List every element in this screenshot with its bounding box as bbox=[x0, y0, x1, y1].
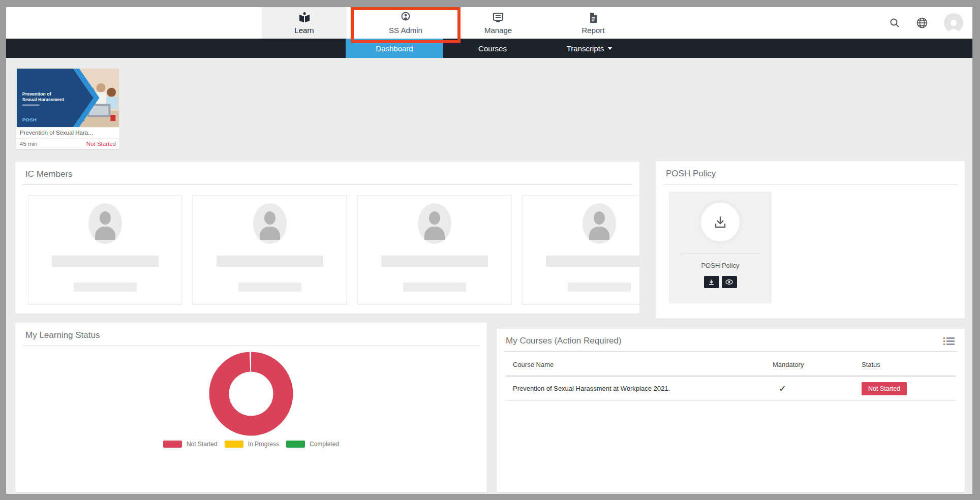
status-badge: Not Started bbox=[862, 382, 907, 395]
legend-swatch-red bbox=[163, 441, 182, 448]
divider bbox=[680, 254, 760, 254]
download-icon bbox=[708, 279, 715, 286]
app-window: Learn SS Admin bbox=[6, 7, 972, 494]
thumb-logo: POSH bbox=[22, 117, 37, 122]
table-row[interactable]: Prevention of Sexual Harassment at Workp… bbox=[506, 377, 956, 401]
divider bbox=[504, 351, 958, 352]
ic-members-title: IC Members bbox=[15, 162, 639, 184]
subnav-item-courses[interactable]: Courses bbox=[452, 39, 533, 58]
learn-reader-icon bbox=[298, 11, 311, 24]
legend-item-not-started: Not Started bbox=[163, 441, 218, 448]
course-status: Not Started bbox=[86, 141, 116, 147]
row-course-name: Prevention of Sexual Harassment at Workp… bbox=[513, 385, 773, 392]
board-list-icon bbox=[492, 11, 505, 24]
courses-table: Course Name Mandatory Status Prevention … bbox=[506, 355, 956, 401]
course-thumbnail-image: Prevention of Sexual Harassment POSH bbox=[16, 69, 119, 127]
learning-status-chart bbox=[15, 350, 487, 438]
ic-members-card-row bbox=[28, 195, 639, 305]
subnav-item-transcripts[interactable]: Transcripts bbox=[539, 39, 640, 58]
mandatory-check-icon: ✓ bbox=[773, 383, 862, 394]
member-card-placeholder[interactable] bbox=[193, 195, 347, 304]
person-circle-icon bbox=[399, 11, 412, 24]
tab-learn[interactable]: Learn bbox=[262, 7, 347, 39]
tab-manage-label: Manage bbox=[484, 26, 512, 35]
legend-swatch-green bbox=[286, 441, 305, 448]
person-avatar-icon bbox=[418, 203, 451, 244]
my-courses-title: My Courses (Action Required) bbox=[506, 336, 622, 346]
tab-manage[interactable]: Manage bbox=[457, 7, 539, 39]
course-card[interactable]: Prevention of Sexual Harassment POSH Pre… bbox=[16, 69, 119, 149]
donut-chart bbox=[207, 350, 295, 438]
person-avatar-icon bbox=[253, 203, 287, 244]
column-mandatory: Mandatory bbox=[773, 361, 862, 368]
column-status: Status bbox=[862, 361, 956, 368]
member-role-placeholder bbox=[238, 283, 301, 292]
person-avatar-icon bbox=[583, 203, 616, 244]
download-circle-button[interactable] bbox=[698, 200, 743, 244]
legend-item-completed: Completed bbox=[286, 441, 339, 448]
my-learning-status-panel: My Learning Status Not Started bbox=[15, 323, 487, 492]
member-name-placeholder bbox=[52, 256, 159, 267]
legend-swatch-yellow bbox=[225, 441, 243, 448]
sub-navigation-bar: Dashboard Courses Transcripts bbox=[6, 39, 972, 58]
member-card-placeholder[interactable] bbox=[357, 195, 511, 304]
posh-policy-card: POSH Policy bbox=[669, 192, 772, 303]
ic-members-panel: IC Members bbox=[15, 162, 639, 314]
legend-label: In Progress bbox=[248, 441, 279, 448]
column-course-name: Course Name bbox=[513, 361, 773, 368]
tab-report[interactable]: Report bbox=[553, 7, 634, 39]
thumb-title-line1: Prevention of bbox=[22, 91, 51, 97]
chevron-down-icon bbox=[607, 47, 612, 50]
subnav-item-dashboard[interactable]: Dashboard bbox=[346, 39, 443, 58]
posh-card-label: POSH Policy bbox=[701, 262, 739, 269]
course-card-meta: 45 min Not Started bbox=[16, 138, 119, 149]
member-role-placeholder bbox=[403, 283, 466, 292]
member-role-placeholder bbox=[74, 283, 137, 292]
member-card-placeholder[interactable] bbox=[522, 195, 639, 304]
eye-icon bbox=[725, 279, 733, 285]
member-name-placeholder bbox=[546, 256, 640, 267]
my-courses-panel: My Courses (Action Required) Course Name… bbox=[497, 329, 965, 492]
course-duration: 45 min bbox=[20, 141, 38, 147]
thumb-title-line2: Sexual Harassment bbox=[22, 97, 64, 102]
posh-policy-panel: POSH Policy POSH Policy bbox=[656, 161, 965, 319]
posh-policy-title: POSH Policy bbox=[656, 161, 965, 184]
member-name-placeholder bbox=[381, 256, 488, 267]
person-avatar-icon bbox=[88, 203, 122, 244]
list-view-icon[interactable] bbox=[942, 336, 956, 346]
divider bbox=[22, 346, 480, 346]
divider bbox=[22, 184, 632, 185]
search-icon[interactable] bbox=[889, 17, 900, 28]
subnav-courses-label: Courses bbox=[478, 44, 507, 53]
screenshot-frame: Learn SS Admin bbox=[0, 0, 980, 500]
divider bbox=[663, 184, 958, 184]
subnav-dashboard-label: Dashboard bbox=[376, 44, 413, 53]
legend-item-in-progress: In Progress bbox=[225, 441, 279, 448]
my-learning-status-title: My Learning Status bbox=[15, 323, 487, 346]
course-card-title: Prevention of Sexual Hara... bbox=[16, 127, 119, 138]
appbar-icon-group bbox=[889, 7, 963, 39]
legend-label: Completed bbox=[310, 441, 339, 448]
avatar[interactable] bbox=[944, 13, 963, 33]
tab-ss-admin[interactable]: SS Admin bbox=[354, 7, 457, 39]
dashboard-body: Prevention of Sexual Harassment POSH Pre… bbox=[6, 58, 972, 494]
download-button[interactable] bbox=[704, 276, 719, 288]
tab-report-label: Report bbox=[581, 26, 604, 35]
globe-icon[interactable] bbox=[915, 16, 929, 29]
courses-table-header: Course Name Mandatory Status bbox=[506, 355, 956, 377]
subnav-transcripts-label: Transcripts bbox=[567, 44, 604, 53]
my-courses-header: My Courses (Action Required) bbox=[497, 329, 965, 351]
member-card-placeholder[interactable] bbox=[28, 195, 182, 304]
legend-label: Not Started bbox=[187, 441, 218, 448]
posh-button-row bbox=[704, 276, 737, 288]
top-navigation-bar: Learn SS Admin bbox=[6, 7, 972, 39]
member-name-placeholder bbox=[217, 256, 323, 267]
download-icon bbox=[712, 213, 729, 231]
member-role-placeholder bbox=[568, 283, 631, 292]
preview-button[interactable] bbox=[722, 276, 737, 288]
chart-legend: Not Started In Progress Completed bbox=[15, 441, 487, 448]
tab-learn-label: Learn bbox=[294, 26, 314, 35]
tab-ss-admin-label: SS Admin bbox=[389, 26, 422, 35]
document-icon bbox=[587, 11, 600, 24]
